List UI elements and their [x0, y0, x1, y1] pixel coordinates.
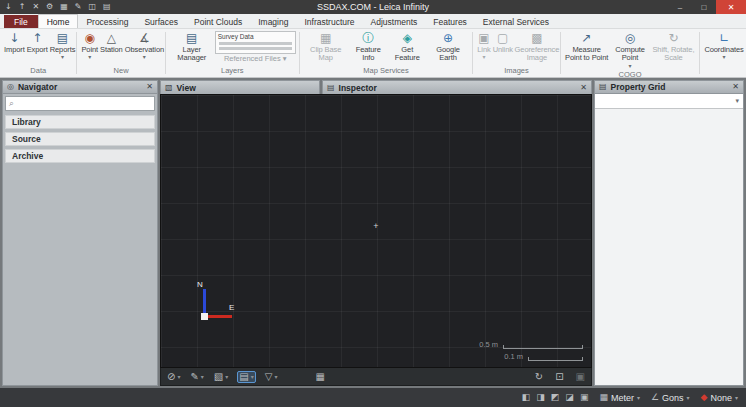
processing-kernel-selector[interactable]: ◆ None ▾ — [701, 393, 738, 403]
inspector-panel-header[interactable]: ▤ Inspector ✕ — [322, 80, 592, 94]
tab-external-services[interactable]: External Services — [475, 15, 557, 28]
chevron-down-icon: ▾ — [629, 63, 632, 69]
snap-icon: ⊘ — [167, 372, 175, 382]
pin-icon[interactable]: ✕ — [146, 83, 153, 91]
referenced-files-gallery[interactable]: Survey Data Referenced Files ▾ — [215, 31, 296, 63]
axis-north-label: N — [197, 280, 203, 289]
group-label-cogo: COGO — [562, 70, 699, 79]
tab-point-clouds[interactable]: Point Clouds — [186, 15, 250, 28]
view-toolbar: ⊘ ▾ ✎ ▾ ▧ ▾ ▤ ▾ ▽ ▾ ▦ — [160, 368, 592, 386]
modules-icon[interactable]: ▦ — [60, 3, 68, 11]
measure-point-to-point-button[interactable]: ↗ Measure Point to Point — [564, 31, 610, 64]
point-icon: ◉ — [84, 32, 94, 46]
property-grid-title: Property Grid — [611, 82, 729, 92]
new-observation-button[interactable]: ∡ Observation ▾ — [124, 31, 165, 61]
dock-top-icon[interactable]: ◩ — [551, 393, 560, 402]
navigator-search[interactable]: ⌕ — [5, 96, 155, 111]
export-icon[interactable]: ↑ — [19, 3, 26, 11]
tab-features[interactable]: Features — [425, 15, 475, 28]
ribbon-group-data: ↓ Import ↑ Export ▤ Reports ▾ Data — [1, 29, 75, 77]
export-button[interactable]: ↑ Export — [26, 31, 49, 55]
snap-toggle-button[interactable]: ⊘ ▾ — [166, 372, 181, 382]
import-icon[interactable]: ↓ — [5, 3, 12, 11]
group-divider — [560, 32, 561, 74]
pin-icon[interactable]: ✕ — [732, 83, 739, 91]
sidebar-item-archive[interactable]: Archive — [5, 149, 155, 163]
dock-left-icon[interactable]: ◧ — [522, 393, 531, 402]
layers-toggle-button[interactable]: ▤ ▾ — [237, 371, 255, 383]
dock-full-icon[interactable]: ▣ — [580, 393, 589, 402]
reports-button[interactable]: ▤ Reports ▾ — [49, 31, 77, 61]
distance-unit-selector[interactable]: ▦ Meter ▾ — [599, 393, 640, 403]
refresh-view-button[interactable]: ↻ — [534, 372, 544, 382]
tab-processing[interactable]: Processing — [78, 15, 136, 28]
compute-point-icon: ◎ — [625, 32, 635, 46]
kernel-status-label: None — [710, 393, 732, 403]
get-feature-button[interactable]: ◈ Get Feature — [388, 31, 427, 64]
import-icon: ↓ — [9, 32, 19, 46]
close-button[interactable]: ✕ — [716, 0, 746, 14]
gallery-stripe — [219, 47, 292, 50]
unlink-image-button: ▢ Unlink — [492, 31, 514, 55]
capture-view-button[interactable]: ▣ — [575, 372, 586, 382]
export-icon: ↑ — [32, 32, 42, 46]
maximize-button[interactable]: □ — [692, 0, 716, 14]
view-panel-header[interactable]: ▧ View — [160, 80, 320, 94]
tab-file[interactable]: File — [4, 15, 38, 28]
new-point-button[interactable]: ◉ Point ▾ — [80, 31, 99, 61]
property-grid-header[interactable]: ▤ Property Grid ✕ — [594, 80, 744, 94]
tab-imaging[interactable]: Imaging — [250, 15, 296, 28]
property-object-selector[interactable]: ▾ — [595, 94, 743, 109]
new-station-button[interactable]: △ Station — [99, 31, 124, 55]
layout-icon[interactable]: ◫ — [89, 3, 97, 11]
grid-toggle-button[interactable]: ▦ — [314, 372, 325, 382]
window-controls: – □ ✕ — [668, 0, 746, 14]
tab-infrastructure[interactable]: Infrastructure — [296, 15, 362, 28]
group-divider — [76, 32, 77, 74]
chevron-down-icon: ▾ — [687, 395, 690, 401]
compute-point-button[interactable]: ◎ Compute Point ▾ — [610, 31, 651, 70]
tab-adjustments[interactable]: Adjustments — [363, 15, 426, 28]
group-divider — [472, 32, 473, 74]
edit-icon[interactable]: ✎ — [75, 3, 82, 11]
scale-label: 0.1 m — [504, 352, 523, 361]
axis-origin-marker — [201, 313, 208, 320]
group-label-new: New — [78, 66, 163, 77]
google-earth-button[interactable]: ⊕ Google Earth — [427, 31, 470, 64]
delete-icon[interactable]: ✕ — [32, 3, 39, 11]
import-button[interactable]: ↓ Import — [3, 31, 26, 55]
group-divider — [299, 32, 300, 74]
coordinates-button[interactable]: ∟ Coordinates ▾ — [703, 31, 744, 61]
scale-label: 0.5 m — [479, 340, 498, 349]
dock-right-icon[interactable]: ◨ — [536, 393, 545, 402]
search-input[interactable] — [17, 99, 151, 109]
settings-icon[interactable]: ⚙ — [46, 3, 53, 11]
pin-icon[interactable]: ✕ — [580, 84, 587, 92]
filter-tool-button[interactable]: ▽ ▾ — [264, 372, 279, 382]
gallery-box[interactable]: Survey Data — [215, 31, 296, 54]
tab-surfaces[interactable]: Surfaces — [136, 15, 186, 28]
zoom-extents-button[interactable]: ⊡ — [554, 372, 564, 382]
map-view-canvas[interactable]: + N E 0.5 m 0.1 m — [160, 94, 592, 368]
sidebar-item-source[interactable]: Source — [5, 132, 155, 146]
panels-icon[interactable]: ▤ — [103, 3, 111, 11]
ribbon-group-coordinates: ∟ Coordinates ▾ — [701, 29, 745, 77]
shift-rotate-scale-button: ↻ Shift, Rotate, Scale — [650, 31, 696, 64]
angle-unit-selector[interactable]: ∠ Gons ▾ — [651, 393, 690, 403]
tab-home[interactable]: Home — [38, 14, 79, 28]
navigator-header[interactable]: ◎ Navigator ✕ — [2, 80, 158, 94]
sidebar-item-library[interactable]: Library — [5, 115, 155, 129]
dock-bottom-icon[interactable]: ◪ — [565, 393, 574, 402]
property-grid-body: ▾ — [594, 94, 744, 386]
chevron-down-icon: ▾ — [723, 54, 726, 60]
layer-manager-button[interactable]: ▤ Layer Manager — [169, 31, 215, 64]
chevron-down-icon: ▾ — [735, 98, 739, 105]
draw-tool-button[interactable]: ✎ ▾ — [189, 372, 204, 382]
chevron-down-icon: ▾ — [225, 374, 228, 380]
minimize-button[interactable]: – — [668, 0, 692, 14]
objects-tool-button[interactable]: ▧ ▾ — [213, 372, 229, 382]
feature-info-button[interactable]: ⓘ Feature Info — [349, 31, 388, 64]
layers-icon: ▤ — [239, 372, 248, 382]
gallery-item[interactable]: Survey Data — [218, 33, 293, 40]
referenced-files-dropdown[interactable]: Referenced Files ▾ — [215, 54, 296, 63]
